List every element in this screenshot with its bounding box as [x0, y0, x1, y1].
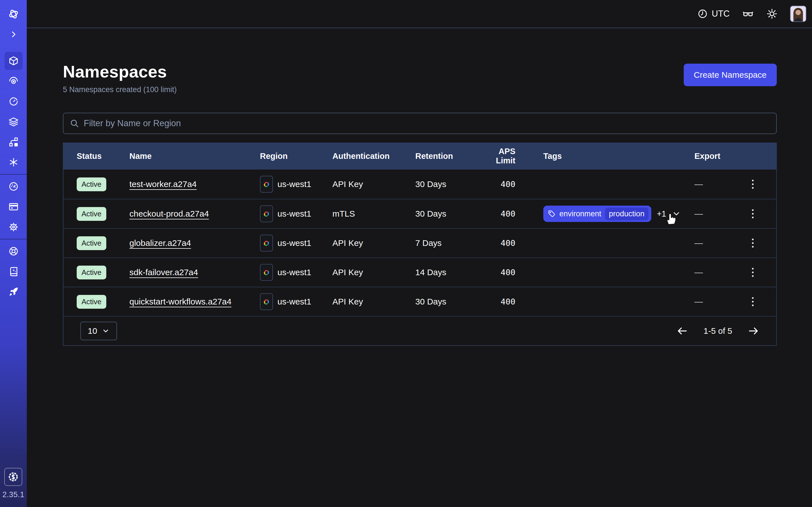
labs-mode-button[interactable] [742, 8, 754, 20]
status-badge: Active [77, 177, 106, 191]
sidebar-item-schedules[interactable] [0, 91, 27, 112]
sidebar: 2.35.1 [0, 0, 27, 507]
table-body: Active test-worker.a27a4 us-west1 API Ke… [63, 170, 776, 316]
temporal-logo[interactable] [0, 4, 27, 24]
filter-bar[interactable] [63, 113, 777, 134]
tags-expand-chevron[interactable] [672, 209, 681, 218]
sidebar-item-settings[interactable] [0, 217, 27, 237]
plan-badge-button[interactable] [4, 468, 22, 486]
authentication-value: API Key [333, 268, 415, 277]
gcp-cloud-icon [260, 205, 273, 222]
namespace-link[interactable]: checkout-prod.a27a4 [130, 209, 209, 218]
next-page-button[interactable] [748, 325, 759, 337]
authentication-value: API Key [333, 179, 415, 189]
namespaces-table: Status Name Region Authentication Retent… [63, 143, 777, 346]
retention-value: 14 Days [415, 268, 479, 277]
sidebar-item-usage[interactable] [0, 176, 27, 196]
credit-card-icon [8, 202, 18, 212]
sidebar-bottom: 2.35.1 [2, 468, 24, 507]
brightness-icon [766, 8, 777, 19]
aps-limit-value: 400 [479, 209, 543, 219]
namespace-link[interactable]: globalizer.a27a4 [130, 238, 191, 247]
export-value: — [695, 238, 749, 248]
chevron-down-icon [102, 327, 110, 335]
rocket-icon [8, 287, 18, 297]
namespace-link[interactable]: test-worker.a27a4 [130, 179, 197, 189]
timezone-button[interactable]: UTC [698, 9, 730, 19]
arrow-left-icon [676, 325, 688, 337]
timer-icon [8, 96, 18, 107]
branch-icon [8, 137, 18, 147]
page-title: Namespaces [63, 62, 177, 81]
tag-icon [548, 210, 556, 218]
user-avatar[interactable] [790, 6, 806, 22]
pagination-range-label: 1-5 of 5 [703, 326, 732, 336]
region-label: us-west1 [277, 268, 311, 277]
aps-limit-value: 400 [479, 297, 543, 306]
export-value: — [695, 268, 749, 277]
gear-icon [8, 222, 18, 232]
namespace-link[interactable]: sdk-failover.a27a4 [130, 268, 198, 277]
retention-value: 30 Days [415, 297, 479, 306]
table-row: Active test-worker.a27a4 us-west1 API Ke… [63, 170, 776, 199]
retention-value: 7 Days [415, 238, 479, 248]
row-menu-button[interactable] [749, 294, 756, 309]
search-icon [70, 119, 79, 128]
sidebar-item-deployments[interactable] [0, 112, 27, 132]
sidebar-item-workflows[interactable] [0, 71, 27, 91]
sidebar-divider [0, 174, 27, 175]
gcp-cloud-icon [260, 264, 273, 281]
theme-toggle-button[interactable] [766, 8, 777, 19]
timezone-label: UTC [712, 9, 730, 19]
export-value: — [695, 209, 749, 219]
avatar-image [791, 6, 806, 21]
region-label: us-west1 [277, 297, 311, 306]
retention-value: 30 Days [415, 209, 479, 219]
status-badge: Active [77, 236, 106, 250]
create-namespace-button[interactable]: Create Namespace [684, 64, 777, 86]
table-row: Active sdk-failover.a27a4 us-west1 API K… [63, 258, 776, 287]
previous-page-button[interactable] [676, 325, 688, 337]
aps-limit-value: 400 [479, 268, 543, 277]
sidebar-item-docs[interactable] [0, 262, 27, 282]
tag-pill[interactable]: environment production [543, 206, 651, 222]
column-header-aps-limit: APS Limit [479, 147, 543, 165]
table-header: Status Name Region Authentication Retent… [63, 143, 776, 170]
dollar-badge-icon [8, 471, 19, 483]
column-header-export: Export [695, 152, 749, 161]
row-menu-button[interactable] [749, 265, 756, 280]
glasses-icon [742, 8, 754, 20]
authentication-value: API Key [333, 238, 415, 248]
row-menu-button[interactable] [749, 207, 756, 221]
sidebar-item-batch-operations[interactable] [0, 132, 27, 152]
column-header-region: Region [260, 152, 333, 161]
sidebar-divider [0, 239, 27, 239]
lifebuoy-icon [8, 246, 18, 256]
row-menu-button[interactable] [749, 236, 756, 250]
region-label: us-west1 [277, 209, 311, 219]
cube-icon [8, 56, 18, 66]
sidebar-item-namespaces[interactable] [0, 51, 27, 71]
eye-spiral-icon [8, 76, 18, 86]
clock-icon [698, 9, 708, 19]
page-size-select[interactable]: 10 [80, 322, 117, 340]
sidebar-item-billing[interactable] [0, 196, 27, 217]
filter-input[interactable] [84, 118, 770, 128]
gcp-cloud-icon [260, 176, 273, 193]
tags-cell: environment production +1 [543, 206, 695, 222]
tag-key: environment [559, 210, 601, 218]
column-header-authentication: Authentication [333, 152, 415, 161]
sidebar-item-support[interactable] [0, 241, 27, 262]
export-value: — [695, 297, 749, 306]
sidebar-item-getting-started[interactable] [0, 282, 27, 302]
row-menu-button[interactable] [749, 177, 756, 191]
export-value: — [695, 179, 749, 189]
layers-icon [8, 117, 18, 127]
namespace-link[interactable]: quickstart-workflows.a27a4 [130, 297, 232, 306]
page-size-value: 10 [88, 326, 97, 336]
column-header-retention: Retention [415, 152, 479, 161]
region-label: us-west1 [277, 179, 311, 189]
sidebar-item-nexus[interactable] [0, 152, 27, 172]
sidebar-expand-button[interactable] [0, 24, 27, 45]
table-pagination: 10 1-5 of 5 [63, 316, 776, 345]
